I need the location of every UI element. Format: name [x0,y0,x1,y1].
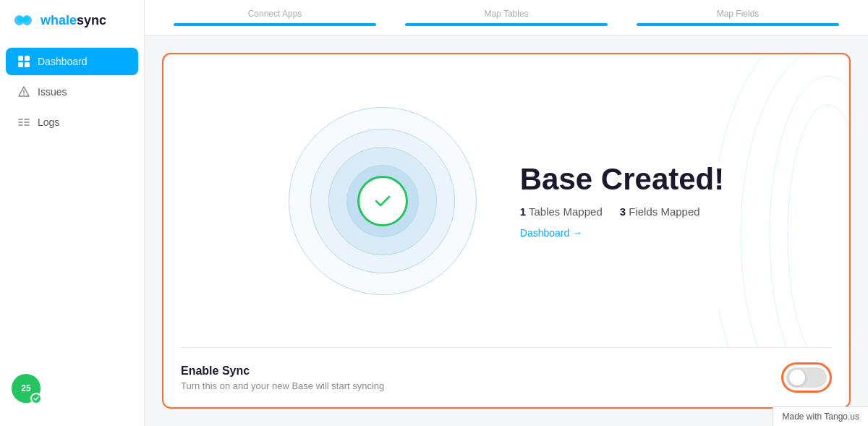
sidebar-item-issues-label: Issues [38,86,67,98]
dashboard-icon [17,55,30,68]
svg-rect-2 [18,62,23,67]
sidebar: whalesync Dashboard Issues Logs [0,0,145,426]
user-check-icon [30,393,42,404]
enable-sync-description: Turn this on and your new Base will star… [181,380,384,391]
info-section: Base Created! 1 Tables Mapped 3 Fields M… [520,162,724,239]
fields-mapped-count: 3 [620,205,626,218]
enable-sync-toggle[interactable] [786,367,827,388]
svg-rect-3 [25,62,30,67]
content-area: Base Created! 1 Tables Mapped 3 Fields M… [145,35,868,426]
success-check-circle [357,176,408,226]
step-map-fields-label: Map Fields [717,9,760,19]
enable-sync-title: Enable Sync [181,365,384,378]
fields-mapped-stat: 3 Fields Mapped [620,205,700,218]
svg-point-14 [719,54,849,347]
main-area: Connect Apps Map Tables Map Fields [145,0,868,426]
checkmark-icon [371,189,394,213]
progress-bar-connect-apps [174,23,376,26]
step-map-tables-label: Map Tables [484,9,528,19]
progress-header: Connect Apps Map Tables Map Fields [145,0,868,35]
sidebar-item-dashboard[interactable]: Dashboard [6,48,138,75]
sidebar-bottom: 25 [0,362,144,414]
watermark-text: Made with Tango.us [782,412,859,422]
base-created-title: Base Created! [520,162,724,197]
toggle-wrapper [781,362,832,393]
dashboard-link[interactable]: Dashboard → [520,227,582,239]
main-card: Base Created! 1 Tables Mapped 3 Fields M… [162,53,851,409]
whalesync-logo-icon [12,12,35,29]
progress-bar-map-tables [405,23,608,26]
user-avatar[interactable]: 25 [12,374,41,403]
svg-point-12 [770,76,849,347]
progress-bar-map-fields [637,23,839,26]
sidebar-item-logs-label: Logs [38,116,59,128]
tables-mapped-stat: 1 Tables Mapped [520,205,603,218]
circles-container [289,107,477,295]
svg-rect-1 [25,56,30,61]
logs-icon [17,116,30,129]
success-section: Base Created! 1 Tables Mapped 3 Fields M… [163,54,849,347]
enable-sync-section: Enable Sync Turn this on and your new Ba… [163,348,849,407]
issues-icon [17,85,30,98]
svg-point-5 [23,94,25,95]
sidebar-item-issues[interactable]: Issues [6,78,138,106]
svg-rect-0 [18,56,23,61]
toggle-thumb [789,370,805,385]
stats-row: 1 Tables Mapped 3 Fields Mapped [520,205,724,218]
logo-text: whalesync [41,13,106,28]
svg-point-13 [741,54,849,347]
sidebar-item-dashboard-label: Dashboard [38,56,88,67]
tables-mapped-count: 1 [520,205,526,218]
user-count: 25 [21,383,30,393]
enable-sync-text: Enable Sync Turn this on and your new Ba… [181,365,384,391]
svg-point-15 [788,105,849,347]
sidebar-item-logs[interactable]: Logs [6,108,138,136]
logo: whalesync [0,12,144,46]
wave-decoration [719,54,849,347]
progress-step-map-tables: Map Tables [405,9,608,26]
step-connect-apps-label: Connect Apps [248,9,302,19]
progress-step-map-fields: Map Fields [637,9,839,26]
progress-step-connect-apps: Connect Apps [174,9,376,26]
tango-watermark: Made with Tango.us [773,406,868,426]
